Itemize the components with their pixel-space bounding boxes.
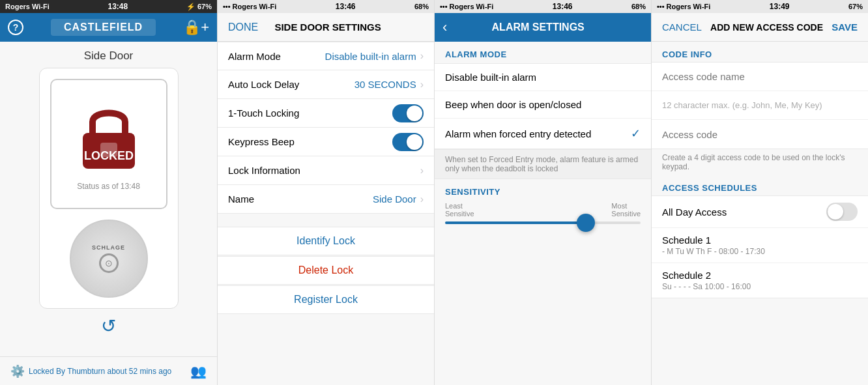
all-day-access-label: All Day Access <box>662 207 727 218</box>
slider-fill <box>445 221 586 224</box>
schedule-1-item[interactable]: Schedule 1 - M Tu W Th F - 08:00 - 17:30 <box>652 228 868 263</box>
panel-alarm-settings: ••• Rogers Wi-Fi 13:46 68% ‹ ALARM SETTI… <box>434 0 651 385</box>
auto-lock-label: Auto Lock Delay <box>228 79 354 90</box>
chevron-icon: › <box>420 165 424 177</box>
lock-icon: LOCKED <box>70 97 148 175</box>
carrier-4: ••• Rogers Wi-Fi <box>657 3 710 10</box>
code-input-group: 12 character max. (e.g. John, Me, My Key… <box>652 62 868 149</box>
alarm-settings-title: ALARM SETTINGS <box>452 21 624 33</box>
time-3: 13:46 <box>553 2 573 11</box>
add-lock-button[interactable]: 🔒+ <box>183 19 209 36</box>
save-button[interactable]: SAVE <box>832 21 858 33</box>
battery-3: 68% <box>631 3 646 10</box>
help-button[interactable]: ? <box>8 20 23 35</box>
lock-information-item[interactable]: Lock Information › <box>218 156 434 185</box>
one-touch-locking-item[interactable]: 1-Touch Locking <box>218 99 434 128</box>
one-touch-label: 1-Touch Locking <box>228 107 392 119</box>
alarm-option-2[interactable]: Alarm when forced entry detected ✓ <box>435 119 651 149</box>
alarm-option-1[interactable]: Beep when door is open/closed <box>435 91 651 119</box>
sensitivity-slider[interactable] <box>445 221 641 224</box>
sensitivity-labels: LeastSensitive MostSensitive <box>445 202 641 218</box>
carrier-2: ••• Rogers Wi-Fi <box>223 3 276 10</box>
done-button[interactable]: DONE <box>228 21 258 33</box>
keypress-beep-toggle[interactable] <box>392 133 424 151</box>
battery-2: 68% <box>414 3 429 10</box>
status-time: Status as of 13:48 <box>77 182 140 191</box>
battery-4: 67% <box>848 3 863 10</box>
settings-list: Alarm Mode Disable built-in alarm › Auto… <box>218 42 434 385</box>
alarm-mode-item[interactable]: Alarm Mode Disable built-in alarm › <box>218 42 434 70</box>
delete-lock-label: Delete Lock <box>298 264 354 276</box>
lock-name: Side Door <box>0 42 217 68</box>
name-value: Side Door <box>373 193 416 205</box>
one-touch-toggle[interactable] <box>392 104 424 122</box>
access-code-input[interactable] <box>662 129 858 140</box>
access-schedules-title: ACCESS SCHEDULES <box>652 175 868 195</box>
time-1: 13:48 <box>108 2 128 11</box>
time-4: 13:49 <box>770 2 790 11</box>
alarm-option-1-label: Beep when door is open/closed <box>445 99 581 110</box>
keypad[interactable]: SCHLAGE ⊙ <box>70 220 148 298</box>
register-lock-action[interactable]: Register Lock <box>218 285 434 314</box>
name-item[interactable]: Name Side Door › <box>218 185 434 214</box>
cancel-button[interactable]: CANCEL <box>662 21 702 33</box>
keyhole-icon: ⊙ <box>99 253 119 273</box>
time-2: 13:46 <box>336 2 356 11</box>
back-button[interactable]: ‹ <box>442 19 447 36</box>
register-lock-label: Register Lock <box>294 294 358 306</box>
sensitivity-title: SENSITIVITY <box>445 179 641 202</box>
status-bar-3: ••• Rogers Wi-Fi 13:46 68% <box>435 0 651 13</box>
schedule-1-content: Schedule 1 - M Tu W Th F - 08:00 - 17:30 <box>662 235 765 256</box>
lock-information-label: Lock Information <box>228 165 420 176</box>
battery-1: ⚡ 67% <box>186 3 212 11</box>
access-code-hint: Create a 4 digit access code to be used … <box>652 149 868 175</box>
panel-add-access-code: ••• Rogers Wi-Fi 13:49 67% CANCEL ADD NE… <box>651 0 868 385</box>
access-code-maxlength-hint: 12 character max. (e.g. John, Me, My Key… <box>662 100 822 110</box>
people-icon[interactable]: 👥 <box>190 364 207 379</box>
sensitivity-most-label: MostSensitive <box>611 202 641 218</box>
carrier-1: Rogers Wi-Fi <box>5 3 50 10</box>
alarm-mode-value: Disable built-in alarm <box>325 51 416 62</box>
schedule-1-sub: - M Tu W Th F - 08:00 - 17:30 <box>662 247 765 256</box>
alarm-settings-header: ‹ ALARM SETTINGS <box>435 13 651 42</box>
alarm-mode-section-title: ALARM MODE <box>435 42 651 63</box>
chevron-icon: › <box>420 50 424 62</box>
identify-lock-label: Identify Lock <box>297 235 355 247</box>
panel-side-door-settings: ••• Rogers Wi-Fi 13:46 68% DONE SIDE DOO… <box>217 0 434 385</box>
add-code-header: CANCEL ADD NEW ACCESS CODE SAVE <box>652 13 868 42</box>
access-code-field[interactable] <box>652 120 868 149</box>
access-code-name-input[interactable] <box>662 71 858 82</box>
auto-lock-value: 30 SECONDS <box>354 79 416 90</box>
refresh-button[interactable]: ↺ <box>0 315 217 337</box>
chevron-icon: › <box>420 79 424 91</box>
identify-lock-action[interactable]: Identify Lock <box>218 227 434 255</box>
bluetooth-icon: ⚡ <box>186 3 195 11</box>
add-code-title: ADD NEW ACCESS CODE <box>710 22 823 33</box>
slider-thumb[interactable] <box>577 214 595 232</box>
carrier-3: ••• Rogers Wi-Fi <box>440 3 493 10</box>
schedule-1-label: Schedule 1 <box>662 235 765 246</box>
lock-icon-container: LOCKED Status as of 13:48 <box>50 79 167 209</box>
schedule-2-sub: Su - - - - Sa 10:00 - 16:00 <box>662 282 751 291</box>
lock-footer: ⚙️ Locked By Thumbturn about 52 mins ago… <box>0 356 217 385</box>
access-code-name-field[interactable] <box>652 63 868 91</box>
alarm-option-2-label: Alarm when forced entry detected <box>445 128 591 139</box>
schedule-2-label: Schedule 2 <box>662 270 751 281</box>
auto-lock-delay-item[interactable]: Auto Lock Delay 30 SECONDS › <box>218 70 434 99</box>
lock-card[interactable]: LOCKED Status as of 13:48 SCHLAGE ⊙ <box>39 68 179 309</box>
alarm-option-0[interactable]: Disable built-in alarm <box>435 64 651 91</box>
alarm-options-list: Disable built-in alarm Beep when door is… <box>435 63 651 149</box>
delete-lock-action[interactable]: Delete Lock <box>218 256 434 285</box>
checkmark-icon: ✓ <box>631 126 641 141</box>
home-title[interactable]: CASTLEFIELD <box>51 19 156 36</box>
sensitivity-section: SENSITIVITY LeastSensitive MostSensitive <box>435 179 651 235</box>
svg-text:LOCKED: LOCKED <box>84 149 134 162</box>
all-day-access-toggle[interactable] <box>826 203 858 221</box>
sensitivity-least-label: LeastSensitive <box>445 202 474 218</box>
keypress-beep-item[interactable]: Keypress Beep <box>218 128 434 156</box>
lock-status-text: ⚙️ Locked By Thumbturn about 52 mins ago <box>10 364 171 378</box>
schedule-2-item[interactable]: Schedule 2 Su - - - - Sa 10:00 - 16:00 <box>652 263 868 298</box>
access-code-hint-field: 12 character max. (e.g. John, Me, My Key… <box>652 91 868 120</box>
schedule-2-content: Schedule 2 Su - - - - Sa 10:00 - 16:00 <box>662 270 751 291</box>
all-day-access-item[interactable]: All Day Access <box>652 196 868 228</box>
